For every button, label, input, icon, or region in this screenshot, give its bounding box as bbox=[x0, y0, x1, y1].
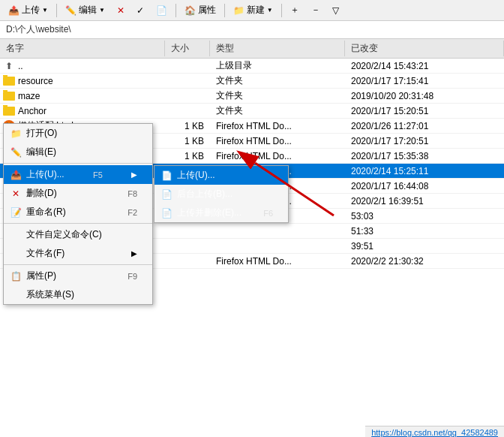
properties-icon: 🏠 bbox=[184, 5, 196, 16]
file-type-cell: Firefox HTML Do... bbox=[210, 136, 345, 146]
down-icon: ▽ bbox=[332, 5, 339, 16]
file-date-cell: 2020/2/2 21:30:32 bbox=[345, 256, 504, 267]
context-open-label: 打开(O) bbox=[26, 127, 57, 140]
page-toolbar-button[interactable]: 📄 bbox=[151, 3, 172, 18]
filename-icon bbox=[10, 248, 22, 260]
file-date-cell: 2020/1/26 11:27:01 bbox=[345, 121, 504, 131]
file-date-cell: 2020/1/17 16:44:08 bbox=[345, 181, 504, 191]
context-menu-sys[interactable]: 系统菜单(S) bbox=[4, 285, 152, 304]
plus-icon: ＋ bbox=[290, 4, 299, 17]
file-name-text: maze bbox=[18, 91, 40, 101]
submenu-upload-delete[interactable]: 📄 上传并删除(E)... F6 bbox=[154, 203, 288, 222]
table-row[interactable]: maze 文件夹 2019/10/20 20:31:48 bbox=[0, 89, 504, 104]
context-menu-upload[interactable]: 📤 上传(U)... F5 ▶ 📄 上传(U)... 📄 后台上传(B)... … bbox=[4, 165, 152, 184]
context-menu-open[interactable]: 📁 打开(O) bbox=[4, 124, 152, 143]
upload-button[interactable]: 📤 上传 ▼ bbox=[3, 2, 53, 19]
check-icon: ✓ bbox=[136, 5, 144, 16]
file-date-cell: 2020/1/17 17:15:41 bbox=[345, 76, 504, 86]
filename-submenu-arrow: ▶ bbox=[131, 249, 137, 258]
delete-cm-icon: ✕ bbox=[10, 188, 22, 200]
edit-button[interactable]: ✏️ 编辑 ▼ bbox=[60, 2, 110, 19]
separator-2 bbox=[4, 223, 152, 224]
upload-dropdown-arrow: ▼ bbox=[42, 7, 48, 14]
rename-cm-icon: 📝 bbox=[10, 206, 22, 218]
check-toolbar-button[interactable]: ✓ bbox=[131, 3, 149, 18]
properties-label: 属性 bbox=[198, 4, 216, 17]
file-date-cell: 51:33 bbox=[345, 226, 504, 237]
file-type-cell: 文件夹 bbox=[210, 74, 345, 87]
custom-cmd-icon bbox=[10, 229, 22, 241]
file-size-cell: 1 KB bbox=[165, 151, 210, 161]
upload-cm-icon: 📤 bbox=[10, 169, 22, 181]
file-type-cell: 文件夹 bbox=[210, 89, 345, 102]
file-type-cell: 上级目录 bbox=[210, 59, 345, 72]
folder-icon bbox=[3, 105, 15, 117]
context-menu-edit[interactable]: ✏️ 编辑(E) bbox=[4, 143, 152, 161]
file-date-cell: 2020/2/1 16:39:51 bbox=[345, 196, 504, 206]
file-name-text: resource bbox=[18, 76, 53, 86]
context-menu-delete[interactable]: ✕ 删除(D) F8 bbox=[4, 184, 152, 203]
table-row[interactable]: Anchor 文件夹 2020/1/17 15:20:51 bbox=[0, 104, 504, 119]
context-menu-filename[interactable]: 文件名(F) ▶ bbox=[4, 244, 152, 263]
context-menu-rename[interactable]: 📝 重命名(R) F2 bbox=[4, 203, 152, 222]
submenu-upload-bg-icon: 📄 bbox=[160, 188, 172, 200]
file-date-cell: 2019/10/20 20:31:48 bbox=[345, 91, 504, 101]
minus-button[interactable]: － bbox=[306, 2, 326, 19]
context-menu: 📁 打开(O) ✏️ 编辑(E) 📤 上传(U)... F5 ▶ 📄 上传(U)… bbox=[3, 123, 153, 305]
down-button[interactable]: ▽ bbox=[327, 3, 344, 18]
new-dropdown-arrow: ▼ bbox=[267, 7, 273, 14]
file-date-cell: 2020/1/17 15:35:38 bbox=[345, 151, 504, 161]
table-row[interactable]: resource 文件夹 2020/1/17 17:15:41 bbox=[0, 74, 504, 89]
submenu-upload-icon: 📄 bbox=[160, 170, 172, 182]
file-size-cell: 1 KB bbox=[165, 136, 210, 146]
status-bar: https://blog.csdn.net/qq_42582489 bbox=[365, 426, 504, 437]
page-icon: 📄 bbox=[156, 5, 167, 16]
open-icon: 📁 bbox=[10, 128, 22, 140]
file-date-cell: 2020/2/14 15:25:11 bbox=[345, 166, 504, 176]
submenu-upload-label: 上传(U)... bbox=[177, 169, 215, 182]
file-date-cell: 53:03 bbox=[345, 211, 504, 222]
plus-button[interactable]: ＋ bbox=[285, 2, 304, 19]
col-type-header[interactable]: 类型 bbox=[210, 41, 345, 56]
submenu-upload-delete-icon: 📄 bbox=[160, 207, 172, 219]
context-upload-label: 上传(U)... bbox=[26, 168, 64, 181]
col-date-header[interactable]: 已改变 bbox=[345, 41, 504, 56]
context-rename-label: 重命名(R) bbox=[26, 206, 66, 218]
divider-3 bbox=[224, 4, 225, 17]
col-name-header[interactable]: 名字 bbox=[0, 41, 165, 56]
table-row[interactable]: ⬆ .. 上级目录 2020/2/14 15:43:21 bbox=[0, 59, 504, 74]
context-custom-cmd-label: 文件自定义命令(C) bbox=[26, 228, 102, 241]
context-filename-label: 文件名(F) bbox=[26, 247, 64, 260]
submenu-upload-bg[interactable]: 📄 后台上传(B)... bbox=[154, 185, 288, 203]
file-name-cell: maze bbox=[0, 90, 165, 102]
properties-cm-icon: 📋 bbox=[10, 270, 22, 282]
edit-icon: ✏️ bbox=[65, 5, 76, 16]
col-size-header[interactable]: 大小 bbox=[165, 41, 210, 56]
context-menu-properties[interactable]: 📋 属性(P) F9 bbox=[4, 267, 152, 285]
file-size-cell: 1 KB bbox=[165, 121, 210, 131]
file-list-header: 名字 大小 类型 已改变 bbox=[0, 39, 504, 59]
new-button[interactable]: 📁 新建 ▼ bbox=[228, 2, 278, 19]
new-label: 新建 bbox=[247, 4, 265, 17]
divider-4 bbox=[281, 4, 282, 17]
file-date-cell: 2020/1/17 17:20:51 bbox=[345, 136, 504, 146]
file-date-cell: 2020/1/17 15:20:51 bbox=[345, 106, 504, 116]
upload-label: 上传 bbox=[22, 4, 40, 17]
submenu-upload-delete-label: 上传并删除(E)... bbox=[177, 206, 242, 219]
submenu-upload[interactable]: 📄 上传(U)... bbox=[154, 166, 288, 185]
file-name-text: .. bbox=[18, 61, 23, 71]
file-name-cell: resource bbox=[0, 75, 165, 87]
context-edit-label: 编辑(E) bbox=[26, 146, 56, 158]
submenu: 📄 上传(U)... 📄 后台上传(B)... 📄 上传并删除(E)... F6 bbox=[154, 165, 289, 223]
file-list-container: 名字 大小 类型 已改变 ⬆ .. 上级目录 2020/2/14 15:43:2… bbox=[0, 39, 504, 437]
context-menu-custom-cmd[interactable]: 文件自定义命令(C) bbox=[4, 225, 152, 244]
upload-shortcut: F5 bbox=[93, 170, 103, 179]
file-name-cell: Anchor bbox=[0, 105, 165, 117]
folder-icon bbox=[3, 90, 15, 102]
submenu-arrow-icon: ▶ bbox=[131, 170, 137, 179]
divider-2 bbox=[176, 4, 176, 17]
delete-toolbar-button[interactable]: ✕ bbox=[112, 3, 130, 18]
status-url: https://blog.csdn.net/qq_42582489 bbox=[371, 428, 498, 437]
folder-icon bbox=[3, 75, 15, 87]
properties-button[interactable]: 🏠 属性 bbox=[179, 2, 221, 19]
